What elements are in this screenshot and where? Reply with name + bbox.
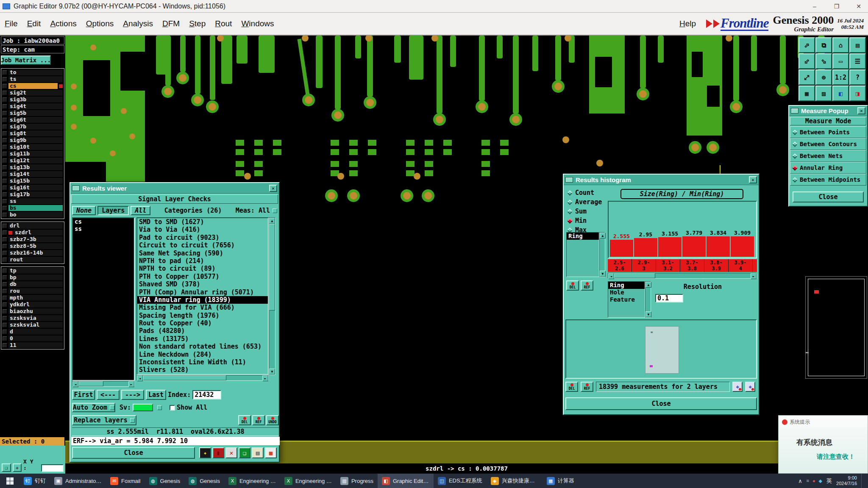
- ref-button[interactable]: REF: [581, 280, 593, 291]
- taskbar-item[interactable]: ▦计算器: [542, 474, 579, 488]
- measure-mode-annular-ring[interactable]: Annular Ring: [790, 162, 866, 174]
- table-icon[interactable]: ▤: [849, 37, 866, 53]
- layer-toggle-icon[interactable]: [3, 152, 7, 156]
- category-row[interactable]: SMD to SMD (1627): [137, 218, 268, 226]
- filter-all-button[interactable]: All: [131, 206, 150, 215]
- category-row[interactable]: Pads (48280): [137, 327, 268, 335]
- measure-popup-close-button[interactable]: Close: [793, 191, 864, 202]
- help-tool-icon[interactable]: ?: [849, 69, 866, 85]
- hatch-toggle-icon[interactable]: ▨: [815, 86, 832, 101]
- flash-tool-icon[interactable]: ✦: [199, 447, 211, 458]
- layer-row-sig8t[interactable]: sig8t: [2, 130, 64, 137]
- layer-toggle-icon[interactable]: [3, 289, 7, 294]
- layer-row-sig13b[interactable]: sig13b: [2, 164, 64, 171]
- window-arrow-icon[interactable]: ⬀: [798, 37, 815, 53]
- layer-row-0[interactable]: 0: [2, 335, 64, 342]
- layer-row-sig11b[interactable]: sig11b: [2, 150, 64, 157]
- layers-tool-icon[interactable]: ❏: [239, 447, 250, 458]
- taskbar-item[interactable]: XEngineering T...: [224, 474, 280, 488]
- filter-layers-button[interactable]: Layers: [97, 206, 129, 215]
- menu-edit[interactable]: Edit: [22, 17, 46, 31]
- taskbar-item[interactable]: ◍Genesis: [184, 474, 224, 488]
- layer-row-sig2t[interactable]: sig2t: [2, 89, 64, 96]
- pan-left-icon[interactable]: ⬃: [798, 53, 815, 69]
- layer-toggle-icon[interactable]: [3, 199, 7, 204]
- histogram-titlebar[interactable]: Results histogram ✕: [564, 175, 759, 185]
- layer-row-db[interactable]: db: [2, 281, 64, 288]
- measure-mode-between-midpoints[interactable]: Between Midpoints: [790, 174, 866, 186]
- layer-toggle-icon[interactable]: [3, 343, 7, 348]
- layer-row-sig15b[interactable]: sig15b: [2, 177, 64, 184]
- layer-row-szdrl[interactable]: szdrl: [2, 229, 64, 236]
- layer-row-szbz7-3b[interactable]: szbz7-3b: [2, 236, 64, 243]
- taskbar-item[interactable]: ▣Administrator^...: [50, 474, 106, 488]
- last-button[interactable]: Last: [146, 390, 166, 400]
- layer-toggle-icon[interactable]: [3, 258, 7, 262]
- app-titlebar[interactable]: Graphic Editor 9.07b2 (00@HY-HYCAM-PC064…: [0, 0, 868, 13]
- layer-row-sig9b[interactable]: sig9b: [2, 137, 64, 144]
- results-viewer-titlebar[interactable]: Results viewer ✕: [70, 183, 279, 194]
- layer-toggle-icon[interactable]: [3, 237, 7, 242]
- layer-toggle-icon[interactable]: [3, 251, 7, 255]
- show-desktop-button[interactable]: [861, 474, 864, 488]
- ime-icon[interactable]: ⌗: [807, 478, 809, 484]
- delete-tool-icon[interactable]: ✕: [225, 447, 237, 458]
- list-icon[interactable]: ☰: [849, 53, 866, 69]
- category-row[interactable]: Slivers (528): [137, 366, 268, 374]
- first-button[interactable]: First: [72, 390, 95, 400]
- next-button[interactable]: --->: [121, 390, 144, 400]
- layer-row-sig6t[interactable]: sig6t: [2, 116, 64, 123]
- index-input[interactable]: 21432: [192, 390, 221, 399]
- categories-h-scrollbar[interactable]: ◄►: [136, 375, 269, 381]
- category-row[interactable]: Pad to circuit (9023): [137, 234, 268, 241]
- layers-mini-icon[interactable]: ❏: [2, 463, 11, 472]
- layer-toggle-icon[interactable]: [3, 316, 7, 321]
- layer-toggle-icon[interactable]: [3, 323, 7, 327]
- close-icon[interactable]: ✕: [749, 176, 757, 183]
- tray-chevron-icon[interactable]: ∧: [798, 478, 802, 484]
- close-window-button[interactable]: ✕: [849, 0, 868, 12]
- layer-row-rout[interactable]: rout: [2, 256, 64, 263]
- del-button[interactable]: DEL: [566, 280, 579, 291]
- clock[interactable]: 9:00 2024/7/16: [836, 475, 857, 486]
- menu-rout[interactable]: Rout: [210, 17, 236, 31]
- job-matrix-button[interactable]: Job Matrix ...: [1, 55, 51, 65]
- layer-row-bo[interactable]: bo: [2, 211, 64, 218]
- layer-row-biaozhu[interactable]: biaozhu: [2, 308, 64, 315]
- category-row[interactable]: PTH to Copper (10577): [137, 273, 268, 280]
- category-row[interactable]: Non standard rotated lines (653): [137, 343, 268, 350]
- layer-toggle-icon[interactable]: [3, 186, 7, 190]
- undo-button[interactable]: UNDO: [266, 415, 279, 425]
- red-tool-icon[interactable]: ◨: [849, 86, 866, 101]
- menu-dfm[interactable]: DFM: [158, 17, 184, 31]
- layer-toggle-icon[interactable]: [3, 165, 7, 170]
- category-row[interactable]: NPTH to pad (214): [137, 257, 268, 265]
- layer-toggle-icon[interactable]: [3, 84, 7, 89]
- stat-radio-count[interactable]: Count: [565, 188, 602, 197]
- layer-row-sig17b[interactable]: sig17b: [2, 191, 64, 198]
- taskbar-item[interactable]: ▥Progress: [336, 474, 378, 488]
- layer-toggle-icon[interactable]: [3, 138, 7, 143]
- measure-mode-between-points[interactable]: Between Points: [790, 126, 866, 138]
- layer-toggle-icon[interactable]: [3, 282, 7, 287]
- layer-row-szbz8-5b[interactable]: szbz8-5b: [2, 243, 64, 250]
- ref-button[interactable]: REF: [252, 415, 265, 425]
- measure-type-row[interactable]: Ring: [608, 282, 645, 289]
- menu-step[interactable]: Step: [184, 17, 210, 31]
- meas-dropdown[interactable]: Meas: All: [236, 207, 277, 214]
- layer-row-rou[interactable]: rou: [2, 288, 64, 294]
- layer-toggle-icon[interactable]: [3, 131, 7, 136]
- layer-row-sig7b[interactable]: sig7b: [2, 123, 64, 130]
- layer-row-szsksvial[interactable]: szsksvial: [2, 322, 64, 328]
- show-all-checkbox[interactable]: [170, 405, 175, 410]
- layer-row-mpth[interactable]: mpth: [2, 294, 64, 301]
- system-notification[interactable]: 系统提示 有系统消息 请注意查收！: [778, 415, 868, 474]
- layer-row-sig12t[interactable]: sig12t: [2, 157, 64, 164]
- taskbar-item[interactable]: ◍Genesis: [145, 474, 185, 488]
- fill-tool-icon[interactable]: ▮: [212, 447, 224, 458]
- layer-toggle-icon[interactable]: [3, 230, 7, 235]
- layer-row-11[interactable]: 11: [2, 342, 64, 349]
- measure-type-row[interactable]: Hole: [608, 289, 645, 296]
- layer-toggle-icon[interactable]: [3, 158, 7, 163]
- sv-color-swatch[interactable]: [133, 404, 153, 411]
